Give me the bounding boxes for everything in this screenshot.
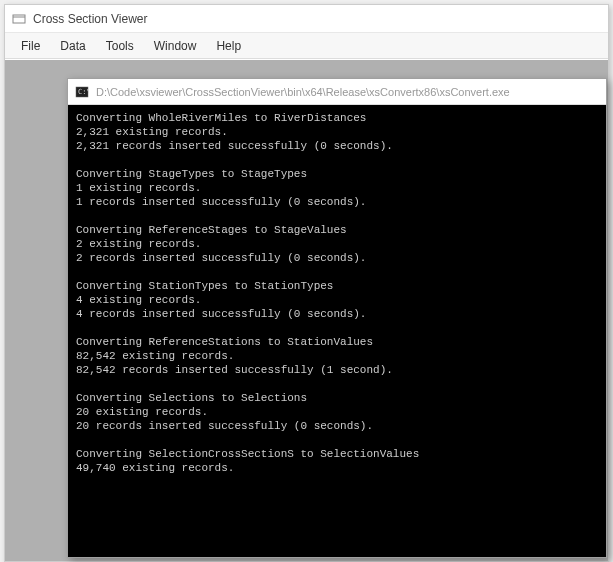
menu-file[interactable]: File <box>11 35 50 57</box>
console-line: Converting WholeRiverMiles to RiverDista… <box>76 111 598 125</box>
console-line: Converting StationTypes to StationTypes <box>76 279 598 293</box>
console-block: Converting StageTypes to StageTypes1 exi… <box>76 167 598 209</box>
console-line: 20 records inserted successfully (0 seco… <box>76 419 598 433</box>
console-line: 49,740 existing records. <box>76 461 598 475</box>
console-line: 1 records inserted successfully (0 secon… <box>76 195 598 209</box>
console-line: Converting ReferenceStages to StageValue… <box>76 223 598 237</box>
console-block: Converting ReferenceStations to StationV… <box>76 335 598 377</box>
console-line: 20 existing records. <box>76 405 598 419</box>
console-line: 4 records inserted successfully (0 secon… <box>76 307 598 321</box>
console-line: 4 existing records. <box>76 293 598 307</box>
app-title: Cross Section Viewer <box>33 12 148 26</box>
menu-bar: File Data Tools Window Help <box>5 33 608 59</box>
menu-tools[interactable]: Tools <box>96 35 144 57</box>
console-block: Converting Selections to Selections20 ex… <box>76 391 598 433</box>
console-title: D:\Code\xsviewer\CrossSectionViewer\bin\… <box>96 86 510 98</box>
console-block: Converting StationTypes to StationTypes4… <box>76 279 598 321</box>
console-line: 2 records inserted successfully (0 secon… <box>76 251 598 265</box>
console-block: Converting WholeRiverMiles to RiverDista… <box>76 111 598 153</box>
app-icon <box>11 11 27 27</box>
console-line: Converting StageTypes to StageTypes <box>76 167 598 181</box>
client-area: C:\ D:\Code\xsviewer\CrossSectionViewer\… <box>5 60 608 561</box>
title-bar[interactable]: Cross Section Viewer <box>5 5 608 33</box>
svg-text:C:\: C:\ <box>78 88 89 96</box>
console-title-bar[interactable]: C:\ D:\Code\xsviewer\CrossSectionViewer\… <box>68 79 606 105</box>
console-icon: C:\ <box>74 84 90 100</box>
console-line: 1 existing records. <box>76 181 598 195</box>
console-line: 82,542 existing records. <box>76 349 598 363</box>
menu-window[interactable]: Window <box>144 35 207 57</box>
console-line: Converting Selections to Selections <box>76 391 598 405</box>
console-line: 2 existing records. <box>76 237 598 251</box>
menu-help[interactable]: Help <box>206 35 251 57</box>
console-line: Converting SelectionCrossSectionS to Sel… <box>76 447 598 461</box>
console-line: 2,321 existing records. <box>76 125 598 139</box>
console-line: Converting ReferenceStations to StationV… <box>76 335 598 349</box>
svg-rect-0 <box>13 15 25 23</box>
main-window: Cross Section Viewer File Data Tools Win… <box>4 4 609 562</box>
console-body[interactable]: Converting WholeRiverMiles to RiverDista… <box>68 105 606 557</box>
console-line: 2,321 records inserted successfully (0 s… <box>76 139 598 153</box>
menu-data[interactable]: Data <box>50 35 95 57</box>
console-block: Converting SelectionCrossSectionS to Sel… <box>76 447 598 475</box>
console-window[interactable]: C:\ D:\Code\xsviewer\CrossSectionViewer\… <box>67 78 607 558</box>
console-block: Converting ReferenceStages to StageValue… <box>76 223 598 265</box>
console-line: 82,542 records inserted successfully (1 … <box>76 363 598 377</box>
